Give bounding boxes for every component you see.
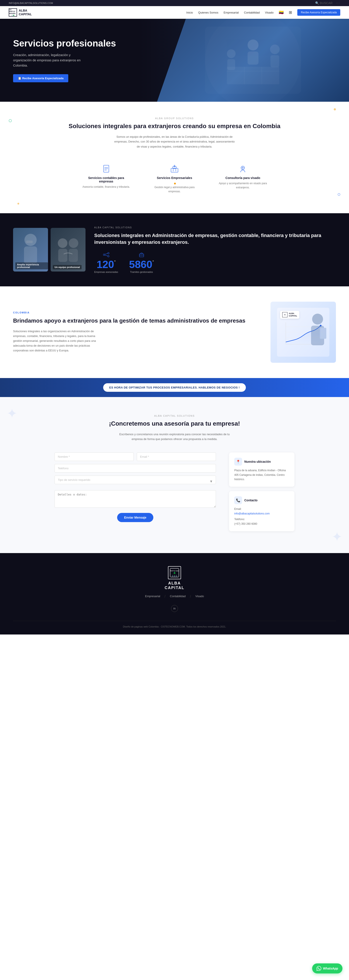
contact-email-label: Email: <box>234 508 241 511</box>
contact-title: Contacto <box>244 498 258 502</box>
contacto-label: ALBA CAPITAL SOLUTIONS <box>13 414 336 417</box>
linkedin-button[interactable]: in <box>171 605 178 612</box>
svg-rect-16 <box>174 165 175 167</box>
svg-rect-34 <box>140 254 144 257</box>
stat-empresas: 120 + Empresas asesoradas <box>94 252 118 273</box>
contacto-title: ¡Concretemos una asesoría para tu empres… <box>13 420 336 428</box>
footer-social: in <box>13 605 336 612</box>
briefcase-icon <box>129 252 154 258</box>
footer-nav-sep-2: / <box>190 595 191 598</box>
cta-banner-button[interactable]: ES HORA DE OPTIMIZAR TUS PROCESOS EMPRES… <box>103 383 246 392</box>
grid-icon: ⊞ <box>289 10 292 15</box>
svg-rect-24 <box>26 240 33 243</box>
services-grid: Servicios contables para empresas Asesor… <box>76 160 273 198</box>
stat-label-empresas: Empresas asesoradas <box>94 270 118 273</box>
stat-num-tramites: 5860 <box>129 259 152 270</box>
stat-plus-tramites: + <box>152 259 154 262</box>
logo-text: ALBA CAPITAL <box>19 9 32 16</box>
contact-card-header: 📞 Contacto <box>234 496 289 504</box>
cta-banner: ES HORA DE OPTIMIZAR TUS PROCESOS EMPRES… <box>0 378 349 397</box>
svg-point-29 <box>103 254 105 255</box>
svg-point-26 <box>69 239 78 248</box>
logo: YC PAPYO NAGRA ⚓🌲 ALBA CAPITAL <box>9 8 32 17</box>
nav-contabilidad[interactable]: Contabilidad <box>244 11 260 14</box>
hero-description: Creación, administración, legalización y… <box>13 52 83 68</box>
service-title-2: Consultoría para visado <box>217 176 268 180</box>
service-desc-1: Gestión legal y administrativa para empr… <box>149 185 200 194</box>
svg-text:YC PAPYO NAGRA: YC PAPYO NAGRA <box>170 570 179 572</box>
service-icon-1 <box>149 164 200 173</box>
nav-inicio[interactable]: Inicio <box>186 11 193 14</box>
footer-nav-visado[interactable]: Visado <box>195 595 204 598</box>
service-card-1: Servicios Empresariales Gestión legal y … <box>144 160 204 198</box>
search-button[interactable]: 🔍 BUSCAR <box>315 1 332 5</box>
svg-point-30 <box>108 252 109 254</box>
email-label: INFO@ALBACAPITALSOLUTIONS.COM <box>9 2 53 4</box>
svg-text:🌲: 🌲 <box>173 571 176 574</box>
dark-label: ALBA CAPITAL SOLUTIONS <box>94 226 336 229</box>
footer-nav-sep-1: / <box>165 595 165 598</box>
section-dark: Amplia experiencia profesional Un equipo… <box>0 213 349 286</box>
contacto-desc: Escríbenos y concretamos una reunión exp… <box>113 432 236 442</box>
svg-point-31 <box>108 255 109 257</box>
footer-nav-empresarial[interactable]: Empresarial <box>145 595 160 598</box>
contact-phone-row: Teléfono: (+57) 350 280 6080 <box>234 517 289 526</box>
dark-image-2: Un equipo profesional <box>51 228 86 272</box>
dark-image-1-label: Amplia experiencia profesional <box>15 262 48 269</box>
colombia-image-inner: AC ALBACAPITAL <box>277 308 329 356</box>
svg-rect-28 <box>69 249 78 262</box>
email-input[interactable] <box>137 452 216 461</box>
footer-nav: Empresarial / Contabilidad / Visado <box>13 595 336 598</box>
footer-copyright: Diseño de paginas web Colombia - CISTECN… <box>13 625 336 628</box>
nav-cta-button[interactable]: Recibe Asesoría Especializada <box>297 9 340 16</box>
hero-content: Servicios profesionales Creación, admini… <box>13 38 336 82</box>
more-options-button[interactable]: ··· <box>336 1 340 5</box>
nav-quienes-somos[interactable]: Quienes Somos <box>198 11 219 14</box>
contact-card: 📞 Contacto Email: info@albacapitalsoluti… <box>229 491 295 531</box>
section-colombia: COLOMBIA Brindamos apoyo a extranjeros p… <box>0 286 349 378</box>
phone-input[interactable] <box>54 464 216 473</box>
service-icon-2 <box>217 164 268 173</box>
nav-visado[interactable]: Visado <box>265 11 274 14</box>
top-bar: INFO@ALBACAPITALSOLUTIONS.COM 🔍 BUSCAR ·… <box>0 0 349 6</box>
dark-images: Amplia experiencia profesional Un equipo… <box>13 228 86 272</box>
location-address: Plaza de la aduana, Edificio Andian - Of… <box>234 468 289 482</box>
contact-icon: 📞 <box>234 496 242 504</box>
location-card-header: 📍 Nuestra ubicación <box>234 458 289 466</box>
contact-email-row: Email: info@albacapitalsolutions.com <box>234 507 289 516</box>
colombia-label: COLOMBIA <box>13 311 257 314</box>
service-card-2: Consultoría para visado Apoyo y acompaña… <box>213 160 273 198</box>
nav-empresarial[interactable]: Empresarial <box>224 11 239 14</box>
stat-tramites: 5860 + Tramites gestionados <box>129 252 154 273</box>
contact-phone-label: Teléfono: <box>234 518 245 521</box>
details-textarea[interactable] <box>54 490 216 508</box>
location-icon: 📍 <box>234 458 242 466</box>
svg-line-33 <box>105 255 108 256</box>
dark-image-1: Amplia experiencia profesional <box>13 228 48 272</box>
svg-point-25 <box>58 239 67 248</box>
main-nav: Inicio Quienes Somos Empresarial Contabi… <box>186 9 340 16</box>
submit-button[interactable]: Enviar Mensaje <box>117 513 153 522</box>
footer-bottom: Diseño de paginas web Colombia - CISTECN… <box>13 621 336 628</box>
footer-nav-contabilidad[interactable]: Contabilidad <box>170 595 186 598</box>
flag-icon: 🇨🇴 <box>279 10 284 15</box>
stat-num-empresas: 120 <box>97 259 114 270</box>
svg-rect-44 <box>320 328 326 339</box>
name-input[interactable] <box>54 452 134 461</box>
soluciones-label: ALBA GROUP SOLUTIONS <box>13 117 336 119</box>
stat-plus-empresas: + <box>114 259 116 262</box>
service-select[interactable]: Tipo de servicio requerido Servicios con… <box>54 476 216 484</box>
soluciones-desc: Somos un equipo de profesionales, en las… <box>113 134 236 149</box>
contact-email-link[interactable]: info@albacapitalsolutions.com <box>234 512 270 515</box>
contact-form: Tipo de servicio requerido Servicios con… <box>54 452 216 536</box>
hero-section: Servicios profesionales Creación, admini… <box>0 19 349 102</box>
footer-logo: YC PAPYO NAGRA 🌲 ⚓⚓⚓ ALBA CAPITAL <box>13 566 336 590</box>
stat-label-tramites: Tramites gestionados <box>129 270 154 273</box>
svg-rect-27 <box>58 249 67 262</box>
soluciones-title: Soluciones integrales para extranjeros c… <box>13 122 336 130</box>
colombia-desc: Soluciones integrales a las organizacion… <box>13 329 96 353</box>
footer-logo-icon: YC PAPYO NAGRA 🌲 ⚓⚓⚓ <box>168 566 181 579</box>
stats-row: 120 + Empresas asesoradas 5860 + <box>94 252 336 273</box>
hero-cta-button[interactable]: 📋 Recibe Asesoría Especializada <box>13 74 68 82</box>
linkedin-icon: in <box>173 607 176 610</box>
